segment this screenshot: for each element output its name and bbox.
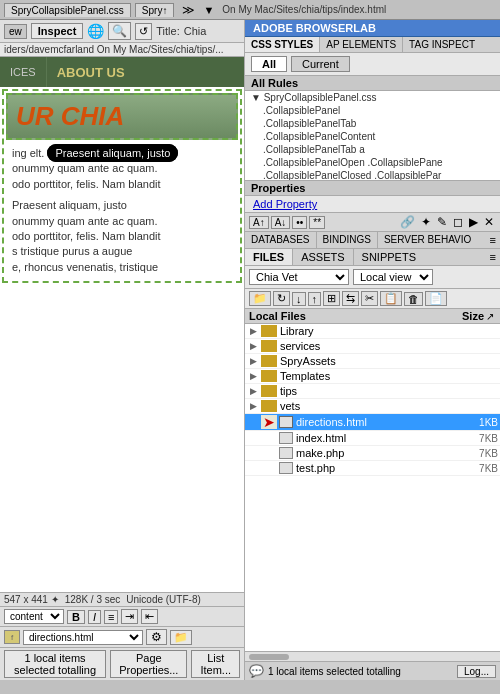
rule-item-0[interactable]: ▼ SpryCollapsiblePanel.css <box>245 91 500 104</box>
file-index[interactable]: index.html 7KB <box>245 431 500 446</box>
nav-item-about[interactable]: ABOUT US <box>47 57 135 87</box>
expand-services-icon[interactable]: ▶ <box>247 340 259 352</box>
folder-library[interactable]: ▶ Library <box>245 324 500 339</box>
file-icon: f <box>4 630 20 644</box>
expand-templates-icon[interactable]: ▶ <box>247 370 259 382</box>
tab-databases[interactable]: DATABASES <box>245 232 317 248</box>
tab-server-behavior[interactable]: SERVER BEHAVIO <box>378 232 477 248</box>
folder-tips-label: tips <box>280 385 297 397</box>
rule-item-4[interactable]: .CollapsiblePanelTab a <box>245 143 500 156</box>
list-item-button[interactable]: List Item... <box>191 650 240 678</box>
folder-spryassets[interactable]: ▶ SpryAssets <box>245 354 500 369</box>
rule-item-5[interactable]: .CollapsiblePanelOpen .CollapsiblePane <box>245 156 500 169</box>
edit-icon[interactable]: ✎ <box>435 215 449 229</box>
page-properties-button[interactable]: 1 local items selected totalling <box>4 650 106 678</box>
breadcrumb: iders/davemcfarland On My Mac/Sites/chia… <box>0 43 244 57</box>
folder-services[interactable]: ▶ services <box>245 339 500 354</box>
sort-za-icon[interactable]: A↓ <box>271 216 291 229</box>
window-tab-2[interactable]: Spry↑ <box>135 3 175 17</box>
reload-icon[interactable]: ↺ <box>135 23 152 40</box>
log-button[interactable]: Log... <box>457 665 496 678</box>
status-icon: 💬 <box>249 664 264 678</box>
folder-vets-label: vets <box>280 400 300 412</box>
folder-vets[interactable]: ▶ vets <box>245 399 500 414</box>
folder-services-icon <box>261 340 277 352</box>
view-selector[interactable]: Local view <box>353 269 433 285</box>
page-properties-btn[interactable]: Page Properties... <box>110 650 187 678</box>
expand-library-icon[interactable]: ▶ <box>247 325 259 337</box>
expand-spry-icon[interactable]: ▶ <box>247 355 259 367</box>
tab-tag-inspect[interactable]: TAG INSPECT <box>403 37 481 52</box>
file-path-select[interactable]: directions.html <box>23 630 143 645</box>
size-column-label: Size <box>434 310 484 322</box>
close-icon[interactable]: ✕ <box>482 215 496 229</box>
search-icon[interactable]: 🔍 <box>108 22 131 40</box>
outdent-icon[interactable]: ⇤ <box>141 609 158 624</box>
content-para4: Praesent aliquam, justo <box>12 198 232 213</box>
gear-icon[interactable]: ⚙ <box>146 629 167 645</box>
globe-icon: 🌐 <box>87 23 104 39</box>
add-property-link[interactable]: Add Property <box>245 196 500 213</box>
expand-vets-icon[interactable]: ▶ <box>247 400 259 412</box>
folder-open-icon[interactable]: 📁 <box>170 630 192 645</box>
site-selector[interactable]: Chia Vet <box>249 269 349 285</box>
indent-icon[interactable]: ⇥ <box>121 609 138 624</box>
sort-az-icon[interactable]: A↑ <box>249 216 269 229</box>
tab-assets[interactable]: ASSETS <box>293 249 353 265</box>
rule-item-2[interactable]: .CollapsiblePanelTab <box>245 117 500 130</box>
play-icon[interactable]: ▶ <box>467 215 480 229</box>
star-icon[interactable]: ✦ <box>419 215 433 229</box>
size-status: 128K / 3 sec <box>65 594 121 605</box>
inspect-button[interactable]: Inspect <box>31 23 84 39</box>
bold-button[interactable]: B <box>67 610 85 624</box>
tab-css-styles[interactable]: CSS STYLES <box>245 37 320 52</box>
nav-item-services[interactable]: ICES <box>0 57 47 87</box>
status-text: 1 local items selected totalling <box>268 666 401 677</box>
tab-ap-elements[interactable]: AP ELEMENTS <box>320 37 403 52</box>
file-make[interactable]: make.php 7KB <box>245 446 500 461</box>
delete-icon[interactable]: 🗑 <box>404 292 423 306</box>
paste-icon[interactable]: 📋 <box>380 291 402 306</box>
rule-item-6[interactable]: .CollapsiblePanelClosed .CollapsiblePar <box>245 169 500 181</box>
italic-button[interactable]: I <box>88 610 101 624</box>
tab-files[interactable]: FILES <box>245 249 293 265</box>
format-select[interactable]: content <box>4 609 64 624</box>
db-panel-options[interactable]: ≡ <box>486 232 500 248</box>
file-test-icon <box>279 462 293 474</box>
file-test[interactable]: test.php 7KB <box>245 461 500 476</box>
horizontal-scrollbar[interactable] <box>249 654 289 660</box>
new-file-icon[interactable]: 📄 <box>425 291 447 306</box>
tab-bindings[interactable]: BINDINGS <box>317 232 378 248</box>
link-icon[interactable]: 🔗 <box>398 215 417 229</box>
tab-snippets[interactable]: SNIPPETS <box>354 249 424 265</box>
rule-item-1[interactable]: .CollapsiblePanel <box>245 104 500 117</box>
refresh-icon[interactable]: ↻ <box>273 291 290 306</box>
expand-tips-icon[interactable]: ▶ <box>247 385 259 397</box>
current-button[interactable]: Current <box>291 56 350 72</box>
settings-icon[interactable]: ** <box>309 216 325 229</box>
filter-icon[interactable]: ▼ <box>203 4 214 16</box>
expand-icon[interactable]: ⊞ <box>323 291 340 306</box>
connect-icon[interactable]: 📁 <box>249 291 271 306</box>
view-toggle-icon[interactable]: •• <box>292 216 307 229</box>
sync-icon[interactable]: ⇆ <box>342 291 359 306</box>
view-tab[interactable]: ew <box>4 24 27 39</box>
folder-templates[interactable]: ▶ Templates <box>245 369 500 384</box>
download-icon[interactable]: ↓ <box>292 292 306 306</box>
folder-spry-icon <box>261 355 277 367</box>
local-files-label: Local Files <box>249 310 434 322</box>
files-panel-options[interactable]: ≡ <box>486 249 500 265</box>
folder-tips[interactable]: ▶ tips <box>245 384 500 399</box>
square-icon[interactable]: ◻ <box>451 215 465 229</box>
list-icon[interactable]: ≡ <box>104 610 118 624</box>
file-directions[interactable]: ➤ directions.html 1KB <box>245 414 500 431</box>
window-tab-1[interactable]: SpryCollapsiblePanel.css <box>4 3 131 17</box>
all-button[interactable]: All <box>251 56 287 72</box>
upload-icon[interactable]: ↑ <box>308 292 322 306</box>
rule-item-3[interactable]: .CollapsiblePanelContent <box>245 130 500 143</box>
expand-panel-icon[interactable]: ↗ <box>484 311 496 322</box>
dimensions-status: 547 x 441 ✦ <box>4 594 59 605</box>
browserlab-header: ADOBE BROWSERLAB <box>245 20 500 37</box>
more-tabs-icon[interactable]: ≫ <box>178 3 199 17</box>
cut-icon[interactable]: ✂ <box>361 291 378 306</box>
